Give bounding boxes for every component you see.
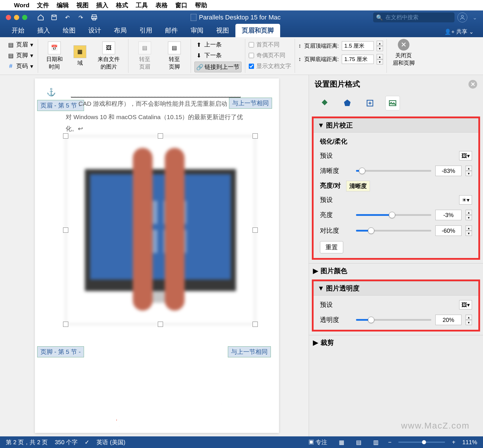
- odd-even-different-checkbox[interactable]: 奇偶页不同: [249, 51, 291, 60]
- zoom-in-icon[interactable]: +: [452, 439, 455, 446]
- menu-insert[interactable]: 插入: [96, 1, 108, 9]
- transparency-slider[interactable]: [356, 319, 431, 321]
- header-button[interactable]: ▤页眉▾: [6, 40, 34, 49]
- brightness-value[interactable]: -3%: [435, 210, 461, 220]
- outline-view-icon[interactable]: ▥: [371, 438, 381, 447]
- zoom-slider[interactable]: [398, 442, 445, 443]
- menu-table[interactable]: 表格: [155, 1, 168, 9]
- picture-color-header[interactable]: ▶ 图片颜色: [309, 263, 483, 278]
- next-section-button[interactable]: ⬇下一条: [194, 51, 242, 60]
- tab-draw[interactable]: 绘图: [56, 24, 82, 37]
- menu-help[interactable]: 帮助: [195, 1, 207, 9]
- clarity-value[interactable]: -83%: [435, 166, 461, 176]
- datetime-button[interactable]: 📅日期和 时间: [42, 40, 67, 72]
- save-icon[interactable]: [50, 13, 58, 21]
- clarity-slider[interactable]: [356, 170, 431, 172]
- sharpen-preset-button[interactable]: 🖼▾: [459, 151, 472, 160]
- close-header-footer-button[interactable]: ✕ 关闭页 眉和页脚: [387, 39, 421, 73]
- print-icon[interactable]: [90, 13, 98, 21]
- spellcheck-icon[interactable]: ✓: [85, 439, 90, 446]
- resize-handle[interactable]: [63, 133, 68, 139]
- footer-button[interactable]: ▤页脚▾: [6, 51, 34, 60]
- resize-handle[interactable]: [63, 322, 68, 327]
- picture-transparency-header[interactable]: ▼ 图片透明度: [314, 281, 478, 295]
- focus-mode-button[interactable]: ▣ 专注: [306, 437, 330, 447]
- field-button[interactable]: ▦域: [71, 44, 89, 68]
- share-button[interactable]: 👤+ 共享 ⌄: [440, 26, 478, 37]
- picture-correction-header[interactable]: ▼ 图片校正: [314, 118, 478, 132]
- tab-layout[interactable]: 布局: [108, 24, 133, 37]
- footer-distance-input[interactable]: [342, 55, 374, 64]
- menu-window[interactable]: 窗口: [175, 1, 187, 9]
- header-distance-input[interactable]: [342, 41, 374, 51]
- crop-header[interactable]: ▶ 裁剪: [309, 335, 483, 350]
- language-status[interactable]: 英语 (美国): [96, 438, 125, 446]
- resize-handle[interactable]: [253, 322, 258, 327]
- resize-handle[interactable]: [253, 133, 258, 139]
- undo-icon[interactable]: ↶: [63, 13, 71, 21]
- contrast-stepper[interactable]: ▲▼: [466, 225, 472, 236]
- titlebar-chevron-icon[interactable]: ⌄: [470, 14, 480, 21]
- prev-section-button[interactable]: ⬆上一条: [194, 40, 242, 49]
- tab-header-footer[interactable]: 页眉和页脚: [235, 24, 280, 37]
- footer-distance-stepper[interactable]: ▲▼: [377, 54, 383, 64]
- effects-tab-icon[interactable]: [340, 96, 354, 110]
- menu-format[interactable]: 格式: [116, 1, 128, 9]
- brightness-slider[interactable]: [356, 214, 431, 216]
- app-name[interactable]: Word: [14, 2, 29, 9]
- minimize-window-button[interactable]: [14, 15, 19, 20]
- tab-references[interactable]: 引用: [133, 24, 159, 37]
- anchor-icon[interactable]: ⚓: [46, 88, 56, 97]
- fill-tab-icon[interactable]: [318, 96, 332, 110]
- resize-handle[interactable]: [158, 322, 163, 327]
- web-layout-view-icon[interactable]: ▤: [354, 438, 364, 447]
- word-count[interactable]: 350 个字: [55, 438, 78, 446]
- header-section-label: 页眉 - 第 5 节 -: [37, 100, 84, 111]
- goto-header-button[interactable]: ▤转至 页眉: [132, 40, 158, 72]
- menu-view[interactable]: 视图: [76, 1, 89, 9]
- resize-handle[interactable]: [63, 227, 68, 233]
- redo-icon[interactable]: ↷: [77, 13, 85, 21]
- first-page-different-checkbox[interactable]: 首页不同: [249, 40, 291, 49]
- tab-home[interactable]: 开始: [5, 24, 31, 37]
- pagenum-button[interactable]: #页码▾: [6, 62, 34, 71]
- resize-handle[interactable]: [253, 227, 258, 233]
- resize-handle[interactable]: [158, 133, 163, 139]
- tab-view[interactable]: 视图: [210, 24, 235, 37]
- menu-edit[interactable]: 编辑: [57, 1, 69, 9]
- document-search[interactable]: 🔍 在文档中搜索: [373, 12, 455, 22]
- print-layout-view-icon[interactable]: ▦: [337, 438, 347, 447]
- menu-file[interactable]: 文件: [37, 1, 49, 9]
- menu-tools[interactable]: 工具: [136, 1, 148, 9]
- tab-review[interactable]: 审阅: [184, 24, 210, 37]
- show-document-text-checkbox[interactable]: 显示文档文字: [249, 62, 291, 71]
- zoom-percent[interactable]: 111%: [462, 439, 477, 446]
- picture-from-file-button[interactable]: 🖼来自文件 的图片: [93, 40, 125, 72]
- link-to-previous-button[interactable]: 🔗链接到上一节: [194, 62, 242, 72]
- zoom-out-icon[interactable]: −: [388, 439, 391, 446]
- reset-corrections-button[interactable]: 重置: [320, 241, 343, 253]
- home-icon[interactable]: [37, 13, 45, 21]
- zoom-window-button[interactable]: [22, 15, 27, 20]
- close-window-button[interactable]: [6, 15, 11, 20]
- tab-mailings[interactable]: 邮件: [159, 24, 184, 37]
- transparency-stepper[interactable]: ▲▼: [466, 315, 472, 325]
- size-tab-icon[interactable]: [363, 96, 377, 110]
- brightness-preset-button[interactable]: ☀▾: [459, 195, 472, 205]
- page-count[interactable]: 第 2 页，共 2 页: [6, 438, 48, 446]
- picture-tab-icon[interactable]: [386, 96, 400, 110]
- user-account-icon[interactable]: [457, 12, 467, 22]
- transparency-value[interactable]: 20%: [435, 315, 461, 325]
- contrast-value[interactable]: -60%: [435, 225, 461, 236]
- document-canvas[interactable]: ⚓ 页眉 - 第 5 节 - 与上一节相同 CAD 游戏和程序），而不会影响性能…: [0, 75, 309, 436]
- clarity-stepper[interactable]: ▲▼: [466, 166, 472, 176]
- header-distance-stepper[interactable]: ▲▼: [377, 41, 383, 51]
- goto-footer-button[interactable]: ▤转至 页脚: [162, 40, 187, 72]
- tab-design[interactable]: 设计: [82, 24, 108, 37]
- tab-insert[interactable]: 插入: [31, 24, 56, 37]
- contrast-slider[interactable]: [356, 230, 431, 232]
- brightness-stepper[interactable]: ▲▼: [466, 210, 472, 220]
- selected-image[interactable]: [66, 136, 255, 324]
- close-panel-button[interactable]: ✕: [468, 80, 477, 89]
- transparency-preset-button[interactable]: 🖼▾: [459, 300, 472, 309]
